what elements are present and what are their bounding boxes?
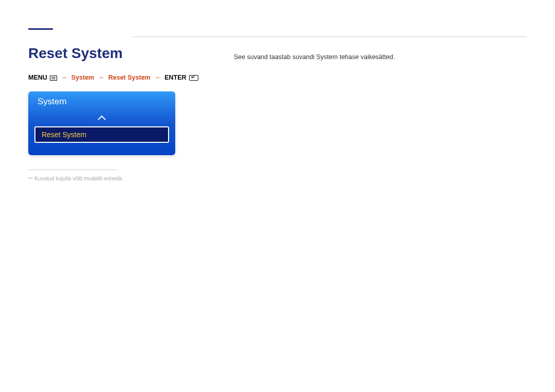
header-divider [133,36,527,37]
osd-item-reset-system[interactable]: Reset System [34,126,169,143]
footnote-divider [28,170,117,170]
breadcrumb-menu-label: MENU [28,74,47,81]
accent-bar [28,28,53,30]
breadcrumb-path-2: Reset System [108,74,151,81]
osd-scroll-up[interactable] [28,112,175,123]
description-text: See suvand taastab suvandi System tehase… [234,53,395,61]
breadcrumb-path-1: System [71,74,94,81]
breadcrumb-arrow: → [61,74,68,81]
enter-icon [189,75,198,81]
footnote: – Kuvatud kujutis võib mudeliti erineda. [28,175,527,181]
osd-panel-title: System [28,91,175,112]
chevron-up-icon [97,115,106,121]
breadcrumb-enter-label: ENTER [164,74,186,81]
footnote-text: Kuvatud kujutis võib mudeliti erineda. [34,175,123,181]
osd-panel: System Reset System [28,91,175,155]
breadcrumb: MENU → System → Reset System → ENTER [28,74,527,81]
menu-icon [50,76,57,81]
breadcrumb-arrow: → [154,74,161,81]
breadcrumb-arrow: → [98,74,105,81]
footnote-dash: – [28,173,33,182]
osd-item-list: Reset System [28,123,175,155]
